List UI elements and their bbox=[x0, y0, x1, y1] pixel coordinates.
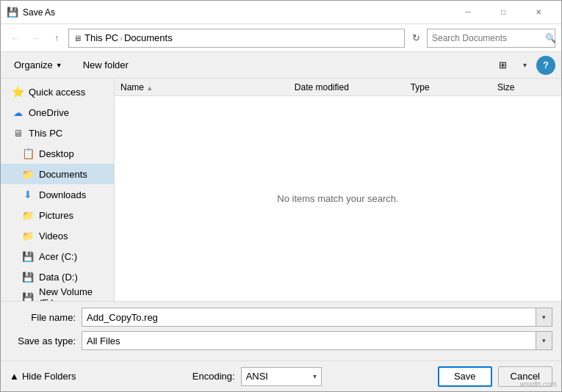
refresh-button[interactable]: ↻ bbox=[408, 30, 424, 46]
search-input[interactable] bbox=[432, 33, 542, 43]
sidebar-item-pictures[interactable]: 📁 Pictures bbox=[1, 205, 114, 225]
encoding-label: Encoding: bbox=[192, 371, 235, 382]
sidebar-item-videos[interactable]: 📁 Videos bbox=[1, 225, 114, 246]
sidebar-item-onedrive[interactable]: ☁ OneDrive bbox=[1, 102, 114, 123]
new-volume-e-icon: 💾 bbox=[21, 291, 35, 301]
organize-arrow-icon: ▼ bbox=[56, 62, 62, 69]
encoding-select[interactable]: ANSI ▾ bbox=[241, 367, 322, 386]
videos-icon: 📁 bbox=[21, 229, 35, 242]
save-as-type-field-wrap: All Files ▾ bbox=[82, 331, 552, 350]
sidebar-item-label-onedrive: OneDrive bbox=[29, 107, 69, 118]
organize-button[interactable]: Organize ▼ bbox=[7, 56, 70, 75]
view-dropdown-button[interactable]: ▾ bbox=[519, 56, 530, 75]
up-button[interactable]: ↑ bbox=[48, 29, 65, 47]
sidebar-item-label-acer-c: Acer (C:) bbox=[39, 251, 77, 262]
sidebar-item-label-data-d: Data (D:) bbox=[39, 272, 78, 283]
file-area: Name ▲ Date modified Type Size No items … bbox=[115, 79, 561, 301]
quick-access-icon: ⭐ bbox=[11, 85, 24, 98]
back-button[interactable]: ← bbox=[7, 29, 24, 47]
hide-folders-label: Hide Folders bbox=[22, 371, 76, 382]
minimize-button[interactable]: ─ bbox=[451, 1, 485, 24]
sidebar-item-label-quick-access: Quick access bbox=[29, 87, 85, 98]
sidebar-item-label-documents: Documents bbox=[39, 169, 87, 180]
sidebar-item-new-volume-e[interactable]: 💾 New Volume (E:) bbox=[1, 287, 114, 301]
save-as-type-dropdown-button[interactable]: ▾ bbox=[536, 331, 552, 350]
search-box[interactable]: 🔍 bbox=[427, 29, 555, 48]
sidebar-item-documents[interactable]: 📁 Documents bbox=[1, 164, 114, 184]
save-as-type-row: Save as type: All Files ▾ bbox=[10, 331, 552, 350]
breadcrumb-this-pc: This PC bbox=[84, 32, 118, 43]
save-as-type-label: Save as type: bbox=[10, 335, 76, 346]
file-name-label: File name: bbox=[10, 312, 76, 323]
encoding-value: ANSI bbox=[246, 371, 268, 382]
sort-arrow-icon: ▲ bbox=[146, 84, 153, 92]
address-bar: ← → ↑ 🖥 This PC › Documents ↻ 🔍 bbox=[1, 24, 561, 52]
bottom-inputs-area: File name: ▾ Save as type: All Files ▾ bbox=[1, 301, 561, 360]
file-name-input[interactable] bbox=[82, 308, 536, 327]
column-type[interactable]: Type bbox=[411, 82, 497, 92]
column-date[interactable]: Date modified bbox=[295, 82, 411, 92]
sidebar-item-downloads[interactable]: ⬇ Downloads bbox=[1, 184, 114, 205]
new-folder-label: New folder bbox=[83, 59, 129, 70]
encoding-area: Encoding: ANSI ▾ bbox=[76, 367, 438, 386]
sidebar-item-acer-c[interactable]: 💾 Acer (C:) bbox=[1, 246, 114, 266]
sidebar-item-quick-access[interactable]: ⭐ Quick access bbox=[1, 81, 114, 102]
help-button[interactable]: ? bbox=[536, 56, 555, 75]
save-button[interactable]: Save bbox=[438, 366, 492, 387]
sidebar-item-data-d[interactable]: 💾 Data (D:) bbox=[1, 266, 114, 287]
breadcrumb: This PC › Documents bbox=[84, 32, 173, 43]
organize-label: Organize bbox=[14, 59, 53, 70]
save-as-type-input[interactable]: All Files bbox=[82, 331, 536, 350]
downloads-icon: ⬇ bbox=[21, 188, 35, 201]
sidebar-item-label-pictures: Pictures bbox=[39, 210, 73, 221]
sidebar-item-label-desktop: Desktop bbox=[39, 148, 74, 159]
bottom-bar: ▲ Hide Folders Encoding: ANSI ▾ Save Can… bbox=[1, 360, 561, 391]
sidebar-item-label-videos: Videos bbox=[39, 231, 68, 242]
hide-folders-arrow-icon: ▲ bbox=[10, 371, 19, 382]
file-list: No items match your search. bbox=[115, 96, 561, 301]
watermark: wsxdn.com bbox=[520, 380, 557, 388]
view-icon: ⊞ bbox=[499, 59, 507, 70]
column-size[interactable]: Size bbox=[497, 82, 555, 92]
desktop-icon: 📋 bbox=[21, 147, 35, 160]
new-folder-button[interactable]: New folder bbox=[76, 56, 136, 75]
breadcrumb-separator: › bbox=[120, 34, 123, 43]
empty-message: No items match your search. bbox=[277, 193, 398, 204]
forward-button[interactable]: → bbox=[27, 29, 45, 47]
pc-icon: 🖥 bbox=[73, 34, 82, 43]
column-name[interactable]: Name ▲ bbox=[120, 82, 295, 92]
search-icon: 🔍 bbox=[545, 33, 556, 43]
save-as-type-value: All Files bbox=[87, 335, 120, 346]
maximize-button[interactable]: □ bbox=[486, 1, 520, 24]
data-d-icon: 💾 bbox=[21, 270, 35, 283]
breadcrumb-documents: Documents bbox=[124, 32, 173, 43]
documents-icon: 📁 bbox=[21, 167, 35, 181]
title-bar: 💾 Save As ─ □ ✕ bbox=[1, 1, 561, 24]
acer-c-icon: 💾 bbox=[21, 250, 35, 263]
this-pc-icon: 🖥 bbox=[11, 126, 24, 139]
title-bar-buttons: ─ □ ✕ bbox=[451, 1, 555, 24]
close-button[interactable]: ✕ bbox=[522, 1, 555, 24]
onedrive-icon: ☁ bbox=[11, 106, 24, 119]
address-input[interactable]: 🖥 This PC › Documents bbox=[68, 29, 405, 48]
sidebar-item-label-new-volume-e: New Volume (E:) bbox=[39, 286, 108, 301]
sidebar-item-label-downloads: Downloads bbox=[39, 189, 86, 200]
save-as-window: 💾 Save As ─ □ ✕ ← → ↑ 🖥 This PC › Docume… bbox=[0, 0, 562, 392]
column-header: Name ▲ Date modified Type Size bbox=[115, 79, 561, 96]
window-icon: 💾 bbox=[7, 7, 18, 18]
hide-folders-button[interactable]: ▲ Hide Folders bbox=[10, 371, 76, 382]
sidebar-item-this-pc[interactable]: 🖥 This PC bbox=[1, 123, 114, 143]
window-title: Save As bbox=[23, 7, 451, 18]
sidebar-item-desktop[interactable]: 📋 Desktop bbox=[1, 143, 114, 164]
encoding-dropdown-arrow-icon: ▾ bbox=[313, 372, 317, 380]
toolbar: Organize ▼ New folder ⊞ ▾ ? bbox=[1, 52, 561, 79]
main-content: ⭐ Quick access ☁ OneDrive 🖥 This PC 📋 De… bbox=[1, 79, 561, 301]
sidebar: ⭐ Quick access ☁ OneDrive 🖥 This PC 📋 De… bbox=[1, 79, 115, 301]
file-name-row: File name: ▾ bbox=[10, 308, 552, 327]
pictures-icon: 📁 bbox=[21, 208, 35, 222]
file-name-dropdown-button[interactable]: ▾ bbox=[536, 308, 552, 327]
sidebar-item-label-this-pc: This PC bbox=[29, 128, 62, 139]
file-name-field-wrap: ▾ bbox=[82, 308, 552, 327]
view-button[interactable]: ⊞ bbox=[492, 56, 513, 75]
